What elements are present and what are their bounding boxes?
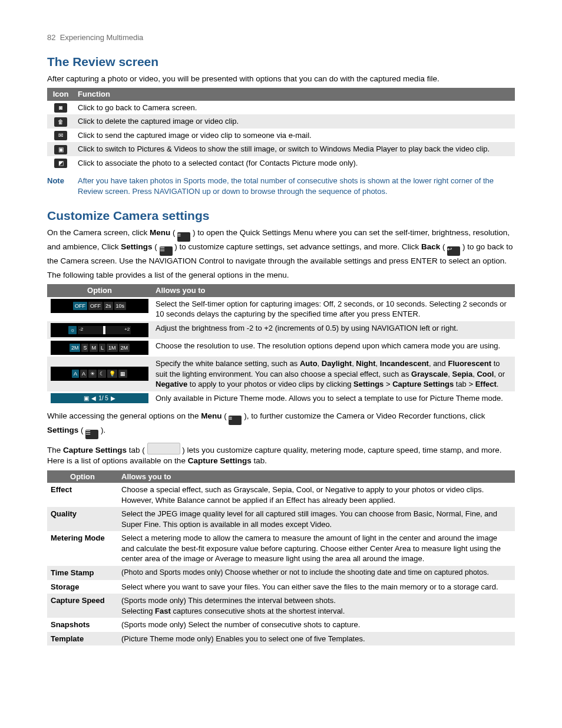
table-row: Time Stamp (Photo and Sports modes only)…: [47, 566, 515, 580]
table-row: ▣◀1/ 5▶ Only available in Picture Theme …: [47, 391, 515, 406]
section-title-review: The Review screen: [47, 54, 515, 70]
table-row: Capture Speed (Sports mode only) This de…: [47, 594, 515, 618]
col-header-allows: Allows you to: [152, 284, 515, 297]
section-title-customize: Customize Camera settings: [47, 207, 515, 224]
icon-function: Click to go back to Camera screen.: [74, 101, 515, 115]
option-description: (Photo and Sports modes only) Choose whe…: [118, 566, 515, 580]
customize-paragraph-1: On the Camera screen, click Menu ( ≡ ) t…: [47, 228, 515, 266]
menu-icon: ≡: [229, 416, 242, 425]
option-description: Adjust the brightness from -2 to +2 (inc…: [152, 321, 515, 339]
table-row: ▣ Click to switch to Pictures & Videos t…: [47, 142, 515, 156]
review-note: Note After you have taken photos in Spor…: [47, 176, 515, 196]
col-header-option: Option: [47, 470, 118, 483]
col-header-icon: Icon: [47, 88, 74, 101]
mail-icon: ✉: [54, 131, 67, 140]
customize-paragraph-2: The following table provides a list of t…: [47, 270, 515, 281]
table-row: Snapshots (Sports mode only) Select the …: [47, 618, 515, 632]
brightness-option-icon: ☼: [51, 323, 148, 337]
table-row: ◩ Click to associate the photo to a sele…: [47, 156, 515, 170]
icon-function: Click to associate the photo to a select…: [74, 156, 515, 170]
capture-settings-tab-icon: [147, 443, 180, 454]
option-name: Metering Mode: [47, 531, 118, 566]
option-name: Template: [47, 632, 118, 646]
table-row: Template (Picture Theme mode only) Enabl…: [47, 632, 515, 646]
option-description: Select where you want to save your files…: [118, 580, 515, 594]
selftimer-option-icon: OFF OFF 2s 10s: [51, 299, 148, 313]
option-description: Select the Self-timer option for capturi…: [152, 297, 515, 321]
option-name: Storage: [47, 580, 118, 594]
review-intro: After capturing a photo or video, you wi…: [47, 74, 515, 84]
theme-option-icon: ▣◀1/ 5▶: [51, 393, 148, 404]
note-label: Note: [47, 176, 71, 196]
option-description: Select the JPEG image quality level for …: [118, 507, 515, 531]
icon-function: Click to switch to Pictures & Videos to …: [74, 142, 515, 156]
table-row: 🗑 Click to delete the captured image or …: [47, 114, 515, 129]
table-row: Storage Select where you want to save yo…: [47, 580, 515, 594]
table-row: Quality Select the JPEG image quality le…: [47, 507, 515, 531]
col-header-allows: Allows you to: [118, 470, 515, 483]
review-icon-table: Icon Function ◙ Click to go back to Came…: [47, 88, 515, 170]
resolution-option-icon: 2M S M L 1M 2M: [51, 341, 148, 355]
col-header-option: Option: [47, 284, 152, 297]
table-row: ✉ Click to send the captured image or vi…: [47, 129, 515, 143]
option-description: Choose the resolution to use. The resolu…: [152, 339, 515, 357]
option-name: Capture Speed: [47, 594, 118, 618]
note-body: After you have taken photos in Sports mo…: [78, 176, 515, 196]
customize-paragraph-4: The Capture Settings tab ( ) lets you cu…: [47, 443, 515, 466]
whitebalance-option-icon: A A ☀ ☾ 💡 ▦: [51, 367, 148, 381]
media-switch-icon: ▣: [54, 145, 67, 154]
capture-settings-table: Option Allows you to Effect Choose a spe…: [47, 470, 515, 646]
option-description: Choose a special effect, such as Graysca…: [118, 483, 515, 507]
general-options-table: Option Allows you to OFF OFF 2s 10s Sele…: [47, 284, 515, 405]
option-description: Only available in Picture Theme mode. Al…: [152, 391, 515, 406]
table-row: OFF OFF 2s 10s Select the Self-timer opt…: [47, 297, 515, 321]
trash-icon: 🗑: [54, 117, 67, 127]
option-description: (Picture Theme mode only) Enables you to…: [118, 632, 515, 646]
table-row: 2M S M L 1M 2M Choose the resolution to …: [47, 339, 515, 357]
chapter-title: Experiencing Multimedia: [60, 33, 144, 42]
table-row: ☼ Adjust the brightness from -2 to +2 (i…: [47, 321, 515, 339]
menu-icon: ≡: [177, 232, 190, 242]
customize-paragraph-3: While accessing the general options on t…: [47, 411, 515, 439]
option-name: Quality: [47, 507, 118, 531]
option-name: Effect: [47, 483, 118, 507]
table-row: A A ☀ ☾ 💡 ▦ Specify the white balance se…: [47, 357, 515, 391]
camera-icon: ◙: [54, 103, 67, 113]
page-header: 82 Experiencing Multimedia: [47, 32, 515, 43]
settings-icon: ☰: [85, 430, 98, 439]
option-name: Snapshots: [47, 618, 118, 632]
icon-function: Click to send the captured image or vide…: [74, 129, 515, 143]
page-number: 82: [47, 33, 55, 42]
col-header-function: Function: [74, 88, 515, 101]
option-name: Time Stamp: [47, 566, 118, 580]
table-row: Metering Mode Select a metering mode to …: [47, 531, 515, 566]
option-description: Specify the white balance setting, such …: [152, 357, 515, 391]
back-icon: ↩: [447, 246, 460, 256]
icon-function: Click to delete the captured image or vi…: [74, 114, 515, 129]
option-description: Select a metering mode to allow the came…: [118, 531, 515, 566]
table-row: Effect Choose a special effect, such as …: [47, 483, 515, 507]
settings-icon: ☰: [160, 246, 173, 256]
option-description: (Sports mode only) This determines the i…: [118, 594, 515, 618]
table-row: ◙ Click to go back to Camera screen.: [47, 101, 515, 115]
option-description: (Sports mode only) Select the number of …: [118, 618, 515, 632]
assign-contact-icon: ◩: [54, 159, 67, 168]
